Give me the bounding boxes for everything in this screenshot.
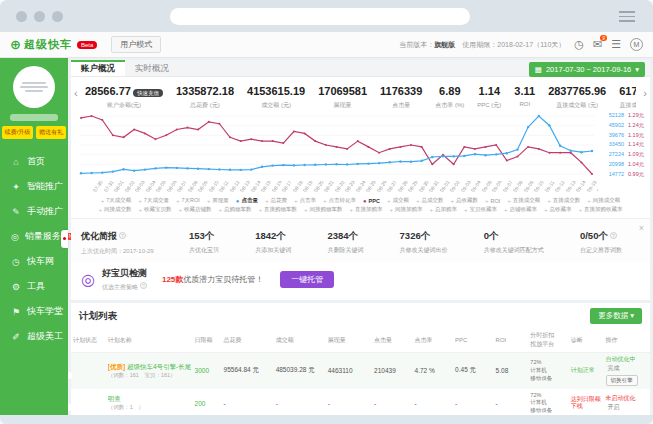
- plan-name[interactable]: [优质] 超级快车4号引擎-长尾: [108, 363, 191, 372]
- renew-upgrade-button[interactable]: 续费/升级: [2, 126, 34, 139]
- date-range-picker[interactable]: ▦ 2017-07-30 ~ 2017-09-16 ▾: [529, 62, 645, 77]
- legend-marker-icon: [349, 207, 353, 213]
- user-mode-tab[interactable]: 用户模式: [111, 36, 161, 53]
- sidebar-collapse-handle[interactable]: [61, 230, 68, 248]
- metric-item[interactable]: 6.89 点击率 (%): [435, 81, 464, 110]
- metric-item[interactable]: 17069581 展现量: [318, 81, 367, 110]
- legend-item[interactable]: 间接购物车数: [304, 206, 343, 213]
- help-icon[interactable]: ?: [140, 282, 147, 289]
- metric-item[interactable]: 1176339 点击量: [380, 81, 422, 110]
- metric-value: 28566.77: [85, 85, 131, 97]
- sidebar-item[interactable]: ◷ 快车网: [0, 249, 68, 274]
- tab-account-overview[interactable]: 账户概况: [71, 60, 125, 76]
- legend-item[interactable]: ROI: [485, 197, 500, 204]
- window-control-icon[interactable]: [34, 11, 45, 22]
- switch-engine-button[interactable]: 切换引擎: [606, 375, 638, 386]
- legend-item[interactable]: 点击转化率: [323, 197, 356, 204]
- operation-link[interactable]: 开启: [608, 404, 620, 410]
- store-avatar[interactable]: [13, 66, 55, 108]
- help-icon[interactable]: ?: [119, 232, 126, 239]
- user-avatar[interactable]: M: [630, 38, 643, 51]
- legend-item[interactable]: 收藏店铺数: [178, 206, 211, 213]
- line-chart-canvas[interactable]: [79, 113, 594, 177]
- gmv-cell: 485039.28 元: [274, 353, 326, 389]
- close-icon[interactable]: ×: [639, 223, 644, 233]
- more-data-button[interactable]: 更多数据 ▾: [590, 308, 642, 324]
- clicks-cell: 210439: [372, 353, 413, 389]
- tab-realtime-overview[interactable]: 实时概况: [125, 60, 179, 76]
- metrics-next-arrow[interactable]: ›: [643, 87, 647, 99]
- legend-marker-icon: [176, 198, 180, 204]
- app-logo[interactable]: ⊕ 超级快车 Beta: [10, 37, 97, 52]
- legend-item[interactable]: 点击量: [236, 197, 258, 204]
- legend-item[interactable]: 成交额: [387, 197, 409, 204]
- briefing-stats: 153个 共优化宝贝 1842个 共添加关键词 2384个 共删除关: [189, 225, 636, 256]
- plan-name[interactable]: 明查: [108, 395, 191, 404]
- sidebar-item[interactable]: ✐ 超级美工: [0, 324, 68, 349]
- metric-item[interactable]: 1335872.18 总花费 (元): [176, 81, 234, 110]
- menu-icon[interactable]: ☰: [611, 39, 621, 50]
- one-click-host-button[interactable]: 一键托管: [280, 271, 334, 288]
- legend-item[interactable]: 7天成交量: [138, 197, 169, 204]
- help-icon[interactable]: ?: [610, 232, 617, 239]
- gift-button[interactable]: 赠送有礼: [36, 126, 66, 139]
- legend-item[interactable]: 直接购物车数: [258, 206, 297, 213]
- sidebar-item[interactable]: ⌂ 首页: [0, 149, 68, 174]
- window-control-icon[interactable]: [16, 11, 27, 22]
- clicks-tick-label: 14772: [604, 172, 624, 178]
- legend-item[interactable]: 总花费: [265, 197, 287, 204]
- metric-item[interactable]: 1.14 PPC (元): [477, 81, 501, 110]
- legend-item[interactable]: 直接加购收藏率: [579, 206, 623, 213]
- daily-limit-cell[interactable]: 200: [193, 389, 222, 415]
- legend-item[interactable]: 总成交数: [416, 197, 444, 204]
- legend-item[interactable]: 间接加购率: [390, 206, 423, 213]
- mail-icon[interactable]: ✉9: [593, 39, 602, 50]
- y-axis-tick: 27224 1.09元: [604, 152, 646, 158]
- legend-item[interactable]: 直接成交数: [547, 197, 580, 204]
- legend-item[interactable]: 店铺收藏率: [504, 206, 537, 213]
- legend-item[interactable]: 间接成交数: [98, 206, 131, 213]
- legend-item[interactable]: 总购物车数: [218, 206, 251, 213]
- metrics-prev-arrow[interactable]: ‹: [74, 87, 78, 99]
- sidebar-item[interactable]: ◎ 销量服务 NEW: [0, 224, 68, 249]
- daily-limit-cell[interactable]: 3000: [193, 353, 222, 389]
- service-clock-icon[interactable]: ◷: [574, 39, 584, 50]
- sidebar-item[interactable]: ✎ 手动推广: [0, 199, 68, 224]
- good-item-detector: ◎ 好宝贝检测 优选主推策略? 125款优质潜力宝贝待托管！ 一键托管: [71, 262, 650, 300]
- browser-menu-icon[interactable]: [619, 11, 635, 25]
- legend-item[interactable]: 点击率: [294, 197, 316, 204]
- metric-item[interactable]: 3.11 ROI: [514, 81, 535, 110]
- sidebar-item[interactable]: ⚙ 工具: [0, 274, 68, 299]
- metric-label: 点击量: [380, 101, 422, 110]
- legend-item[interactable]: PPC: [363, 197, 380, 204]
- sidebar-item[interactable]: ⚑ 快车学堂: [0, 299, 68, 324]
- table-header-row: 计划状态计划名称日限额总花费成交额展现量点击量点击率PPCROI分时折扣 投放平…: [71, 328, 650, 353]
- metric-item[interactable]: 4153615.19 成交额 (元): [247, 81, 305, 110]
- sidebar-item[interactable]: ✦ 智能推广: [0, 174, 68, 199]
- legend-marker-icon: [547, 198, 551, 204]
- metric-item[interactable]: 61757 直接成交量: [619, 81, 636, 110]
- ctr-cell: -: [413, 389, 454, 415]
- window-control-icon[interactable]: [52, 11, 63, 22]
- legend-item[interactable]: 总加购率: [430, 206, 458, 213]
- legend-item[interactable]: 7天ROI: [176, 197, 200, 204]
- ctr-cell: 4.72 %: [413, 353, 454, 389]
- legend-item[interactable]: 总收藏数: [450, 197, 478, 204]
- url-input[interactable]: [170, 8, 470, 25]
- legend-item[interactable]: 宝贝收藏率: [464, 206, 497, 213]
- metric-item[interactable]: 28566.77快速充值 账户余额(元): [85, 81, 163, 110]
- legend-item[interactable]: 展现量: [207, 197, 229, 204]
- quick-recharge-badge[interactable]: 快速充值: [133, 89, 163, 97]
- metric-item[interactable]: 2837765.96 直接成交额 (元): [548, 81, 606, 110]
- window-controls[interactable]: [16, 11, 63, 22]
- legend-item[interactable]: 收藏宝贝数: [138, 206, 171, 213]
- metric-label: 直接成交量: [619, 101, 636, 110]
- legend-item[interactable]: 7天成交额: [101, 197, 132, 204]
- legend-item[interactable]: 直接成交额: [507, 197, 540, 204]
- operation-link[interactable]: 完成: [608, 365, 620, 371]
- metric-value: 17069581: [318, 85, 367, 97]
- legend-item[interactable]: 总收藏率: [544, 206, 572, 213]
- legend-item[interactable]: 间接成交额: [587, 197, 620, 204]
- y-axis-tick: 14772 0.99元: [604, 172, 646, 178]
- legend-item[interactable]: 直接加购率: [349, 206, 382, 213]
